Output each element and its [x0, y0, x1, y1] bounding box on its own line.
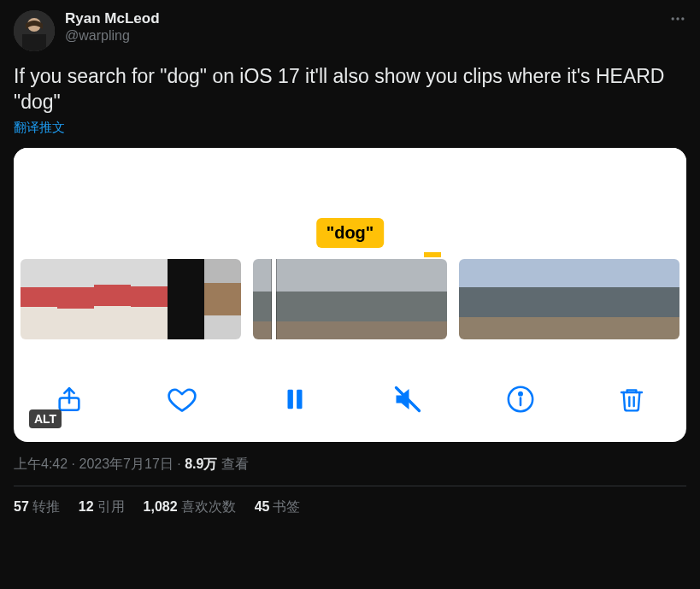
- user-handle: @warpling: [65, 27, 160, 44]
- retweets-stat[interactable]: 57转推: [14, 498, 60, 516]
- clip-thumb: [131, 259, 168, 339]
- pause-icon[interactable]: [280, 385, 309, 414]
- alt-badge[interactable]: ALT: [29, 409, 62, 428]
- tweet-stats: 57转推 12引用 1,082喜欢次数 45书签: [14, 486, 686, 516]
- tweet-time: 上午4:42: [14, 456, 68, 471]
- svg-point-5: [681, 17, 684, 20]
- media-top-space: [14, 148, 686, 225]
- playhead[interactable]: [272, 259, 276, 339]
- likes-stat[interactable]: 1,082喜欢次数: [144, 498, 236, 516]
- clip-thumb: [350, 259, 399, 339]
- avatar[interactable]: [14, 10, 55, 51]
- bookmarks-stat[interactable]: 45书签: [255, 498, 301, 516]
- quotes-stat[interactable]: 12引用: [79, 498, 125, 516]
- svg-point-3: [672, 17, 674, 20]
- heart-icon[interactable]: [167, 384, 197, 415]
- svg-rect-7: [288, 390, 293, 409]
- clip-thumb: [253, 259, 302, 339]
- svg-rect-8: [297, 390, 302, 409]
- clip-thumb: [459, 259, 496, 339]
- clip-thumb: [606, 259, 643, 339]
- svg-point-12: [519, 392, 521, 395]
- clip-group-2[interactable]: [253, 259, 447, 339]
- clip-thumb: [204, 259, 241, 339]
- clip-thumb: [57, 259, 94, 339]
- media-toolbar: [14, 374, 686, 425]
- clip-thumb: [643, 259, 679, 339]
- tweet-date: 2023年7月17日: [79, 456, 173, 471]
- media-card[interactable]: "dog": [14, 148, 686, 442]
- clip-thumb: [496, 259, 532, 339]
- trash-icon[interactable]: [618, 386, 645, 413]
- clip-thumb: [532, 259, 569, 339]
- tweet-header: Ryan McLeod @warpling: [14, 10, 686, 51]
- more-icon[interactable]: [669, 10, 686, 31]
- clip-thumb: [168, 259, 204, 339]
- tweet-text: If you search for "dog" on iOS 17 it'll …: [14, 63, 686, 115]
- tweet-container: Ryan McLeod @warpling If you search for …: [0, 0, 700, 527]
- caption-token: "dog": [316, 218, 385, 248]
- view-label: 查看: [221, 456, 249, 471]
- svg-rect-2: [22, 34, 46, 51]
- display-name: Ryan McLeod: [65, 10, 160, 27]
- clip-group-1[interactable]: [21, 259, 241, 339]
- mute-icon[interactable]: [392, 384, 423, 415]
- caption-marker: [424, 252, 441, 257]
- clip-thumb: [302, 259, 350, 339]
- svg-point-4: [676, 17, 679, 20]
- info-icon[interactable]: [506, 385, 535, 414]
- user-info[interactable]: Ryan McLeod @warpling: [65, 10, 160, 44]
- clip-thumb: [94, 259, 131, 339]
- video-timeline[interactable]: [14, 259, 686, 339]
- clip-thumb: [398, 259, 447, 339]
- clip-thumb: [21, 259, 57, 339]
- clip-thumb: [569, 259, 606, 339]
- tweet-meta[interactable]: 上午4:42 · 2023年7月17日 · 8.9万 查看: [14, 456, 686, 474]
- translate-link[interactable]: 翻译推文: [14, 120, 686, 136]
- view-count: 8.9万: [185, 456, 217, 471]
- clip-group-3[interactable]: [459, 259, 679, 339]
